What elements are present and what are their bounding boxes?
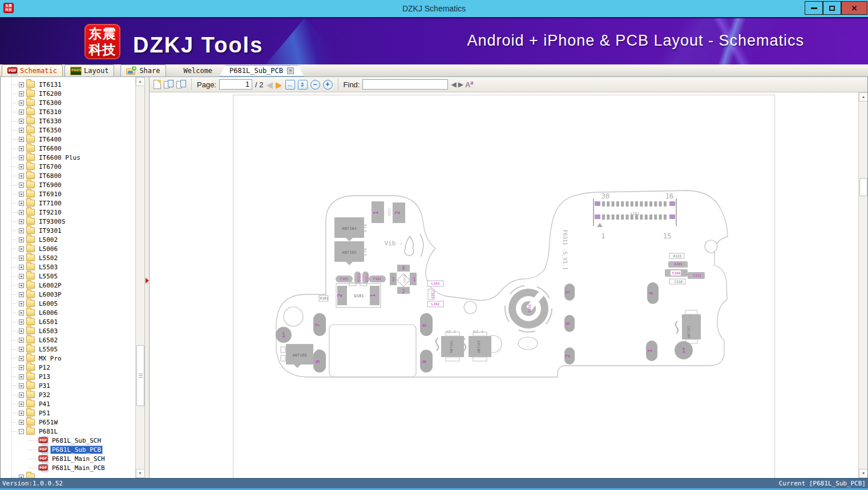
tree-item-folder[interactable]: +IT9300S: [1, 217, 135, 226]
tree-item-folder[interactable]: +IT6131: [1, 80, 135, 89]
expand-toggle-icon[interactable]: +: [19, 155, 24, 160]
tree-item-folder[interactable]: +IT6910: [1, 189, 135, 199]
expand-toggle-icon[interactable]: +: [19, 228, 24, 233]
tree-item-label[interactable]: IT6800: [38, 172, 63, 180]
minimize-button[interactable]: [805, 1, 823, 15]
expand-toggle-icon[interactable]: +: [19, 100, 24, 106]
expand-toggle-icon[interactable]: +: [19, 329, 24, 334]
expand-toggle-icon[interactable]: +: [19, 356, 24, 361]
tree-item-pdf[interactable]: PDFP681L_Sub_PCB: [1, 445, 135, 454]
tree-item-label[interactable]: P681L_Main_PCB: [51, 464, 106, 472]
tree-item-label[interactable]: L5006: [38, 245, 59, 253]
tree-item-folder[interactable]: -P681L: [1, 427, 135, 436]
expand-toggle-icon[interactable]: +: [19, 201, 24, 206]
expand-toggle-icon[interactable]: +: [19, 237, 24, 242]
expand-toggle-icon[interactable]: +: [19, 338, 24, 343]
tree-item-label[interactable]: P681L_Sub_SCH: [51, 437, 102, 444]
tree-item-folder[interactable]: +IT6600 Plus: [1, 153, 135, 162]
tree-item-label[interactable]: IT6600 Plus: [38, 154, 82, 161]
tree-item-pdf[interactable]: PDFP681L_Main_SCH: [1, 454, 135, 463]
tree-item-folder[interactable]: +IT6600: [1, 144, 135, 153]
tree-item-folder[interactable]: +IT6200: [1, 89, 135, 98]
tree-item-folder[interactable]: +IT6900: [1, 180, 135, 189]
single-page-icon[interactable]: [154, 80, 161, 89]
tree-item-folder[interactable]: +IT6350: [1, 125, 135, 135]
tree-item-label[interactable]: P651W: [38, 419, 59, 426]
tree-item-label[interactable]: IT6910: [38, 191, 63, 198]
close-button[interactable]: ✕: [841, 1, 867, 15]
expand-toggle-icon[interactable]: +: [19, 192, 24, 197]
expand-toggle-icon[interactable]: +: [19, 91, 24, 96]
tree-item-folder[interactable]: +L5503: [1, 262, 135, 272]
tree-item-folder[interactable]: +: [1, 472, 135, 478]
scroll-up-button[interactable]: ▲: [859, 92, 867, 102]
tree-item-label[interactable]: IT6131: [38, 81, 63, 88]
tree-item-folder[interactable]: +IT6300: [1, 98, 135, 107]
tree-item-folder[interactable]: +IT6700: [1, 162, 135, 171]
tree-item-label[interactable]: L6002P: [38, 282, 63, 289]
tree-item-folder[interactable]: +P13: [1, 372, 135, 381]
tree-item-label[interactable]: IT6700: [38, 163, 63, 171]
expand-toggle-icon[interactable]: +: [19, 164, 24, 169]
tree-item-folder[interactable]: +L5002: [1, 235, 135, 244]
tree-item-label[interactable]: L6006: [38, 309, 59, 317]
tree-item-pdf[interactable]: PDFP681L_Sub_SCH: [1, 436, 135, 445]
tree-item-folder[interactable]: +P41: [1, 399, 135, 408]
fit-page-button[interactable]: ⇕: [298, 80, 308, 90]
tree-item-label[interactable]: IT6600: [38, 145, 63, 152]
expand-toggle-icon[interactable]: +: [19, 246, 24, 252]
find-input[interactable]: [362, 79, 448, 90]
tab-layout[interactable]: PADS Layout: [64, 64, 114, 76]
expand-toggle-icon[interactable]: +: [19, 274, 24, 279]
font-size-button[interactable]: Aa: [465, 80, 473, 89]
tree-item-label[interactable]: L6503: [38, 327, 59, 335]
tree-item-label[interactable]: L5502: [38, 254, 59, 262]
find-prev-button[interactable]: ◀: [451, 80, 455, 88]
tree-item-label[interactable]: IT9301: [38, 227, 63, 234]
doc-tab-p681l-sub-pcb[interactable]: P681L_Sub_PCB ✕: [219, 65, 304, 76]
model-tree[interactable]: +IT6131+IT6200+IT6300+IT6310+IT6330+IT63…: [1, 77, 135, 478]
tree-item-folder[interactable]: +P31: [1, 381, 135, 390]
tree-item-folder[interactable]: +L5006: [1, 244, 135, 253]
tree-item-label[interactable]: L5002: [38, 236, 59, 244]
tree-item-label[interactable]: P41: [38, 400, 51, 408]
tree-item-folder[interactable]: +L6002P: [1, 281, 135, 290]
tree-item-pdf[interactable]: PDFP681L_Main_PCB: [1, 463, 135, 472]
tree-item-label[interactable]: IT6330: [38, 118, 63, 125]
tab-schematic[interactable]: PDF Schematic: [2, 64, 63, 76]
expand-toggle-icon[interactable]: +: [19, 475, 24, 479]
tree-item-folder[interactable]: +P651W: [1, 418, 135, 427]
tree-item-label[interactable]: P13: [38, 373, 51, 380]
expand-toggle-icon[interactable]: +: [19, 292, 24, 297]
tree-item-folder[interactable]: +P12: [1, 363, 135, 372]
tree-item-folder[interactable]: +P51: [1, 408, 135, 418]
expand-toggle-icon[interactable]: +: [19, 420, 24, 425]
expand-toggle-icon[interactable]: +: [19, 365, 24, 370]
pdf-page[interactable]: 3016J101115F6311 -S_V1.1ANT104H1.0ANT105…: [233, 95, 775, 478]
document-area[interactable]: 3016J101115F6311 -S_V1.1ANT104H1.0ANT105…: [150, 92, 867, 478]
close-tab-icon[interactable]: ✕: [287, 67, 294, 74]
expand-toggle-icon[interactable]: +: [19, 402, 24, 407]
tree-item-folder[interactable]: +IT9210: [1, 208, 135, 217]
tree-item-label[interactable]: L6501: [38, 318, 59, 326]
prev-page-button[interactable]: ◀: [266, 80, 273, 89]
expand-toggle-icon[interactable]: +: [19, 347, 24, 352]
expand-toggle-icon[interactable]: +: [19, 283, 24, 288]
expand-toggle-icon[interactable]: +: [19, 210, 24, 215]
tree-item-folder[interactable]: +L5502: [1, 253, 135, 262]
sidebar-scrollbar[interactable]: ▲ ▼: [135, 77, 144, 478]
expand-toggle-icon[interactable]: +: [19, 119, 24, 124]
sidebar-splitter[interactable]: [144, 77, 150, 478]
tree-item-label[interactable]: IT6200: [38, 90, 63, 98]
zoom-in-button[interactable]: +: [323, 80, 333, 90]
expand-toggle-icon[interactable]: +: [19, 128, 24, 133]
tree-item-label[interactable]: L5503: [38, 264, 59, 271]
page-number-input[interactable]: [219, 79, 252, 90]
tree-item-folder[interactable]: +MX Pro: [1, 354, 135, 363]
tree-item-label[interactable]: IT6350: [38, 127, 63, 134]
tree-item-label[interactable]: P32: [38, 391, 51, 399]
tree-item-label[interactable]: IT6300: [38, 99, 63, 107]
expand-toggle-icon[interactable]: +: [19, 82, 24, 87]
tree-item-label[interactable]: P681L_Sub_PCB: [51, 446, 102, 453]
tree-item-folder[interactable]: +L6005: [1, 299, 135, 308]
